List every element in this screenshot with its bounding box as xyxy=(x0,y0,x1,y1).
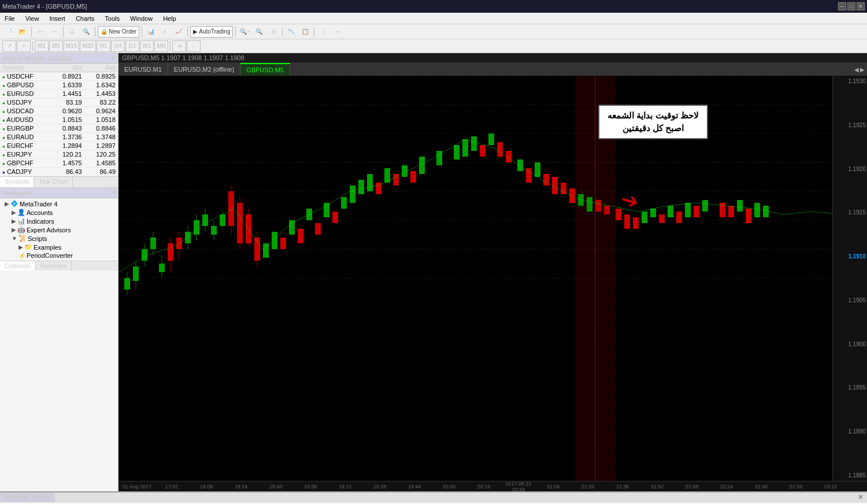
period-sep-btn[interactable]: | xyxy=(317,25,329,38)
redo-btn[interactable]: ↪ xyxy=(48,25,61,38)
nav-tab-favorites[interactable]: Favorites xyxy=(36,261,72,270)
menu-tools[interactable]: Tools xyxy=(102,15,122,22)
indicators-expand-icon: ▶ xyxy=(12,218,16,224)
maximize-button[interactable]: □ xyxy=(847,2,855,10)
market-watch-row[interactable]: ● USDJPY 83.19 83.22 xyxy=(0,98,118,107)
menu-view[interactable]: View xyxy=(23,15,42,22)
tf-m5[interactable]: M5 xyxy=(49,40,63,52)
zoom-out-btn[interactable]: 🔍- xyxy=(253,25,266,38)
market-watch-row[interactable]: ● USDCHF 0.8921 0.8925 xyxy=(0,72,118,81)
chart-scroll-btn[interactable]: ⇥ xyxy=(331,25,343,38)
svg-rect-48 xyxy=(280,238,286,249)
market-watch-row[interactable]: ● EURCHF 1.2894 1.2897 xyxy=(0,142,118,150)
tf-m15[interactable]: M15 xyxy=(64,40,79,52)
undo-btn[interactable]: ↩ xyxy=(34,25,47,38)
chart-props-btn[interactable]: ⊞ xyxy=(267,25,280,38)
indicators-btn[interactable]: 📉 xyxy=(285,25,298,38)
print-preview-btn[interactable]: 🔍 xyxy=(80,25,92,38)
tf-mn[interactable]: MN xyxy=(154,40,168,52)
print-btn[interactable]: 🖨 xyxy=(66,25,79,38)
tree-expert-advisors[interactable]: ▶ 🤖 Expert Advisors xyxy=(0,225,118,234)
autotrading-btn[interactable]: ▶ AutoTrading xyxy=(190,26,233,38)
chart-line-btn[interactable]: 📈 xyxy=(172,25,185,38)
svg-rect-56 xyxy=(402,165,407,177)
chart-next-btn[interactable]: ▶ xyxy=(860,66,865,73)
market-watch-row[interactable]: ● EURUSD 1.4451 1.4453 xyxy=(0,90,118,98)
navigator-close[interactable]: ✕ xyxy=(110,189,116,197)
col-bid: Bid xyxy=(50,64,84,72)
svg-rect-65 xyxy=(488,134,494,145)
left-panel: Market Watch: 16:24:53 ✕ Symbol Bid Ask … xyxy=(0,53,118,491)
market-watch-row[interactable]: ● GBPCHF 1.4575 1.4585 xyxy=(0,159,118,168)
zoom-in-btn[interactable]: 🔍+ xyxy=(238,25,252,38)
title-bar: MetaTrader 4 - [GBPUSD,M5] ─ □ ✕ xyxy=(0,0,867,13)
market-watch-row[interactable]: ● GBPUSD 1.6339 1.6342 xyxy=(0,81,118,90)
menu-charts[interactable]: Charts xyxy=(73,15,97,22)
tf-cursor[interactable]: ↗ xyxy=(2,40,16,52)
menu-help[interactable]: Help xyxy=(161,15,179,22)
tf-d1[interactable]: D1 xyxy=(125,40,139,52)
chart-candle-btn[interactable]: 🕯 xyxy=(158,25,171,38)
market-watch-row[interactable]: ● AUDUSD 1.0515 1.0518 xyxy=(0,116,118,124)
chart-bar-btn[interactable]: 📊 xyxy=(144,25,157,38)
chart-main: لاحظ توقيت بداية الشمعه اصبح كل دقيقتين … xyxy=(118,76,832,481)
navigator-panel: Navigator ✕ ▶ 💠 MetaTrader 4 ▶ 👤 Account… xyxy=(0,188,118,491)
tree-indicators[interactable]: ▶ 📊 Indicators xyxy=(0,217,118,225)
sep7 xyxy=(282,27,283,37)
tree-period-converter[interactable]: ⚡ PeriodConverter xyxy=(0,251,118,260)
tf-autoscroll[interactable]: ↔ xyxy=(187,40,201,52)
sep5 xyxy=(187,27,188,37)
tf-h4[interactable]: H4 xyxy=(111,40,125,52)
market-watch-row[interactable]: ● CADJPY 86.43 86.49 xyxy=(0,168,118,176)
market-watch-panel: Market Watch: 16:24:53 ✕ Symbol Bid Ask … xyxy=(0,53,118,188)
tf-crosshair[interactable]: + xyxy=(17,40,31,52)
svg-rect-57 xyxy=(419,157,425,174)
ea-expand-icon: ▶ xyxy=(12,227,16,233)
chart-prev-btn[interactable]: ◀ xyxy=(854,66,859,73)
open-btn[interactable]: 📂 xyxy=(16,25,29,38)
title-text: MetaTrader 4 - [GBPUSD,M5] xyxy=(2,3,87,10)
minimize-button[interactable]: ─ xyxy=(838,2,846,10)
chart-tab-gbpusd-m5[interactable]: GBPUSD,M5 xyxy=(240,63,290,76)
svg-rect-69 xyxy=(517,160,523,171)
tf-m1[interactable]: M1 xyxy=(35,40,49,52)
navigator-tabs: Common Favorites xyxy=(0,261,118,270)
svg-rect-87 xyxy=(702,200,708,212)
market-watch-close[interactable]: ✕ xyxy=(110,54,116,62)
svg-rect-54 xyxy=(367,174,373,191)
market-watch-row[interactable]: ● EURJPY 120.21 120.25 xyxy=(0,150,118,159)
menu-window[interactable]: Window xyxy=(128,15,155,22)
menu-insert[interactable]: Insert xyxy=(47,15,68,22)
main-toolbar: 📄 📂 ↩ ↪ 🖨 🔍 🔒 New Order 📊 🕯 📈 ▶ AutoTrad… xyxy=(0,24,867,39)
close-button[interactable]: ✕ xyxy=(857,2,865,10)
templates-btn[interactable]: 📋 xyxy=(299,25,312,38)
window-controls[interactable]: ─ □ ✕ xyxy=(838,2,865,10)
market-watch-row[interactable]: ● EURGBP 0.8843 0.8846 xyxy=(0,124,118,133)
tree-accounts[interactable]: ▶ 👤 Accounts xyxy=(0,208,118,217)
tf-m30[interactable]: M30 xyxy=(80,40,95,52)
tf-w1[interactable]: W1 xyxy=(140,40,154,52)
chart-tab-eurusd-m2[interactable]: EURUSD,M2 (offline) xyxy=(168,63,240,76)
tree-scripts[interactable]: ▼ 📜 Scripts xyxy=(0,234,118,243)
market-watch-row[interactable]: ● EURAUD 1.3736 1.3748 xyxy=(0,133,118,142)
tree-metatrader4[interactable]: ▶ 💠 MetaTrader 4 xyxy=(0,199,118,208)
tf-h1[interactable]: H1 xyxy=(97,40,110,52)
svg-rect-50 xyxy=(315,223,321,235)
svg-rect-47 xyxy=(341,197,347,209)
svg-rect-72 xyxy=(543,174,549,186)
bottom-close-btn[interactable]: ✕ xyxy=(854,493,867,501)
tab-symbols[interactable]: Symbols xyxy=(0,177,34,187)
svg-rect-86 xyxy=(685,203,691,217)
new-chart-btn[interactable]: 📄 xyxy=(2,25,15,38)
market-watch-row[interactable]: ● USDCAD 0.9620 0.9624 xyxy=(0,107,118,116)
chart-nav-buttons: ◀ ▶ xyxy=(852,66,867,73)
menu-file[interactable]: File xyxy=(2,15,17,22)
new-order-btn[interactable]: 🔒 New Order xyxy=(98,26,139,38)
tree-examples[interactable]: ▶ 📁 Examples xyxy=(0,243,118,251)
tab-tick-chart[interactable]: Tick Chart xyxy=(34,177,73,187)
svg-rect-49 xyxy=(298,229,303,243)
tf-chart-shift[interactable]: ⇥ xyxy=(172,40,186,52)
nav-tab-common[interactable]: Common xyxy=(0,261,36,270)
chart-tab-eurusd-m1[interactable]: EURUSD,M1 xyxy=(118,63,168,76)
sep8 xyxy=(314,27,314,37)
